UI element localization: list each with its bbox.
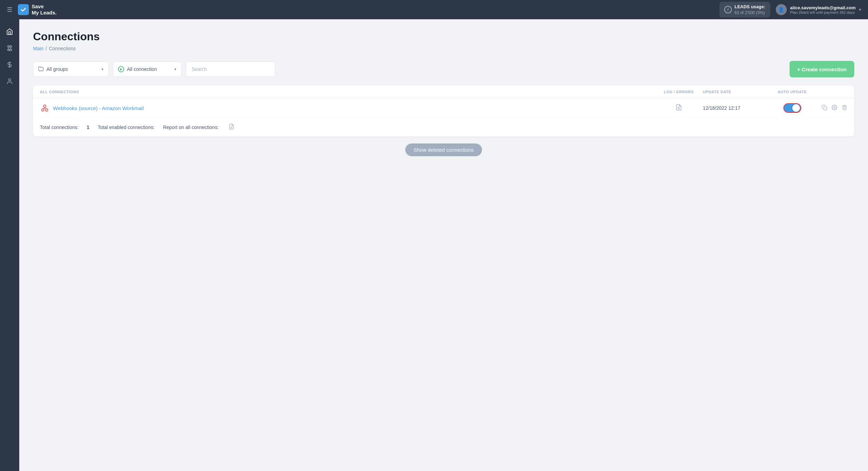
webhook-icon [40, 103, 50, 113]
header-update-date: UPDATE DATE [703, 90, 765, 94]
svg-point-10 [42, 109, 44, 111]
groups-chevron-icon: ▾ [101, 67, 104, 72]
avatar: 👤 [776, 4, 787, 15]
sidebar-item-home[interactable] [3, 25, 17, 39]
report-icon[interactable] [228, 124, 235, 131]
logo: Save My Leads. [18, 3, 57, 16]
svg-point-3 [8, 49, 9, 51]
header-auto-update: AUTO UPDATE [765, 90, 820, 94]
header-actions [820, 90, 847, 94]
copy-icon[interactable] [822, 105, 827, 112]
svg-point-9 [9, 79, 11, 81]
settings-icon[interactable] [832, 105, 837, 112]
connection-link[interactable]: Webhooks (source) - Amazon Workmail [53, 105, 144, 111]
table-header: ALL CONNECTIONS LOG / ERRORS UPDATE DATE… [33, 86, 854, 98]
breadcrumb-current: Connections [49, 46, 76, 51]
groups-filter[interactable]: All groups ▾ [33, 62, 109, 77]
table-row: Webhooks (source) - Amazon Workmail 12/1… [33, 98, 854, 118]
connection-filter-label: All connection [127, 66, 172, 72]
svg-point-0 [8, 46, 9, 47]
create-connection-button[interactable]: + Create connection [790, 61, 854, 77]
user-email: alice.savemyleads@gmail.com [790, 5, 856, 10]
total-enabled-label: Total enabled connections: [98, 125, 155, 130]
page-title: Connections [33, 30, 854, 43]
auto-update-toggle[interactable] [783, 103, 801, 113]
sidebar [0, 19, 19, 471]
breadcrumb-separator: / [45, 46, 47, 51]
report-label: Report on all connections: [163, 125, 219, 130]
topnav: ☰ Save My Leads. i LEADS usage: 63 of 2'… [0, 0, 868, 19]
show-deleted-button[interactable]: Show deleted connections [405, 143, 482, 156]
auto-update-toggle-cell [765, 103, 820, 113]
toggle-thumb [792, 104, 800, 112]
table-footer: Total connections: 1 Total enabled conne… [33, 118, 854, 137]
user-menu[interactable]: 👤 alice.savemyleads@gmail.com Plan |Star… [776, 4, 861, 15]
sidebar-item-connections[interactable] [3, 41, 17, 55]
header-log-errors: LOG / ERRORS [655, 90, 703, 94]
connection-name-cell: Webhooks (source) - Amazon Workmail [40, 103, 655, 113]
logo-text: Save My Leads. [32, 3, 57, 16]
leads-usage-label: LEADS usage: [735, 4, 765, 10]
svg-point-2 [10, 46, 12, 47]
breadcrumb: Main / Connections [33, 46, 854, 51]
total-connections-label: Total connections: [40, 125, 78, 130]
breadcrumb-main[interactable]: Main [33, 46, 43, 51]
user-plan: Plan |Start| left until payment 362 days [790, 10, 856, 14]
connections-table: ALL CONNECTIONS LOG / ERRORS UPDATE DATE… [33, 86, 854, 137]
logo-icon [18, 4, 29, 15]
search-input[interactable] [186, 62, 275, 77]
sidebar-item-account[interactable] [3, 74, 17, 88]
svg-point-11 [45, 109, 48, 111]
toggle-track[interactable] [783, 103, 801, 113]
sidebar-item-billing[interactable] [3, 58, 17, 72]
svg-point-16 [834, 107, 835, 108]
play-icon: ▶ [118, 66, 124, 72]
delete-icon[interactable] [842, 105, 847, 112]
info-icon: i [724, 6, 732, 13]
chevron-down-icon: ▾ [859, 7, 861, 12]
svg-point-12 [44, 105, 46, 107]
update-date-cell: 12/18/2022 12:17 [703, 105, 765, 111]
menu-icon[interactable]: ☰ [7, 6, 12, 13]
svg-rect-15 [824, 107, 827, 110]
actions-cell [820, 105, 847, 112]
leads-usage: i LEADS usage: 63 of 2'000 (3%) [719, 2, 770, 18]
connection-filter[interactable]: ▶ All connection ▾ [113, 62, 182, 77]
connection-chevron-icon: ▾ [174, 67, 176, 72]
log-icon-cell [655, 104, 703, 113]
main-content: Connections Main / Connections All group… [19, 19, 868, 471]
groups-filter-label: All groups [46, 66, 99, 72]
total-connections-value: 1 [87, 125, 89, 130]
toolbar: All groups ▾ ▶ All connection ▾ + Create… [33, 61, 854, 77]
header-all-connections: ALL CONNECTIONS [40, 90, 655, 94]
leads-usage-count: 63 of 2'000 (3%) [735, 10, 765, 16]
svg-point-1 [10, 49, 12, 51]
log-document-icon[interactable] [675, 104, 682, 113]
folder-icon [38, 66, 44, 73]
